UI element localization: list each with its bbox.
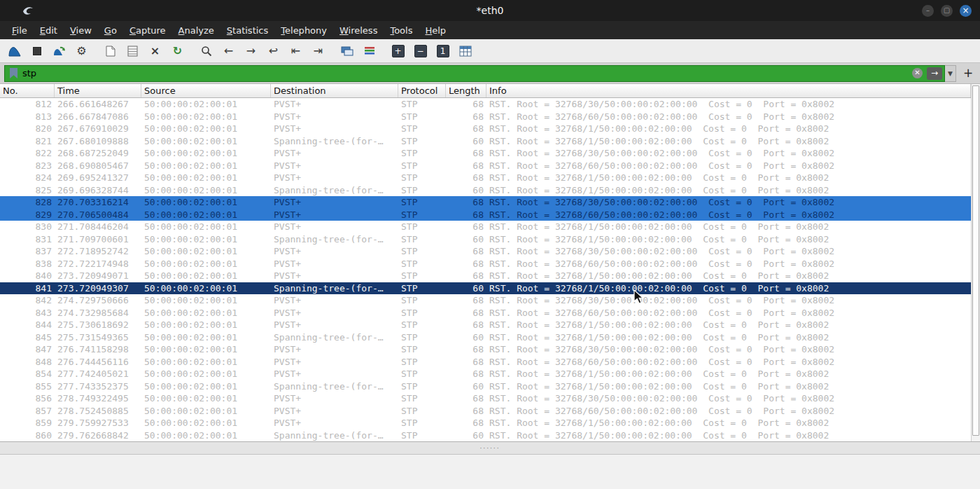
capture-options-button[interactable]: ⚙ bbox=[71, 41, 92, 60]
minimize-button[interactable]: – bbox=[922, 5, 934, 17]
display-filter-input[interactable]: stp ✕ → bbox=[4, 65, 945, 82]
packet-row[interactable]: 859 279.759927533 50:00:00:02:00:01 PVST… bbox=[0, 417, 971, 429]
packet-row[interactable]: 844 275.730618692 50:00:00:02:00:01 PVST… bbox=[0, 319, 971, 331]
apply-filter-button[interactable]: → bbox=[927, 67, 942, 80]
packet-source: 50:00:00:02:00:01 bbox=[141, 307, 271, 319]
packet-protocol: STP bbox=[398, 221, 446, 233]
packet-no: 812 bbox=[0, 98, 55, 111]
title-bar: *eth0 – ▢ × bbox=[0, 0, 980, 21]
packet-row[interactable]: 831 271.709700601 50:00:00:02:00:01 Span… bbox=[0, 233, 971, 246]
packet-row[interactable]: 842 274.729750666 50:00:00:02:00:01 PVST… bbox=[0, 294, 971, 307]
packet-row[interactable]: 828 270.703316214 50:00:00:02:00:01 PVST… bbox=[0, 196, 971, 209]
zoom-in-button[interactable]: + bbox=[388, 41, 408, 60]
search-icon bbox=[201, 46, 212, 57]
packet-info: RST. Root = 32768/1/50:00:00:02:00:00 Co… bbox=[486, 319, 971, 331]
next-packet-button[interactable]: → bbox=[241, 41, 261, 60]
resize-columns-button[interactable] bbox=[455, 41, 475, 60]
column-header[interactable]: Source bbox=[141, 84, 271, 97]
packet-no: 856 bbox=[0, 392, 55, 405]
packet-destination: Spanning-tree-(for-… bbox=[271, 282, 398, 295]
packet-row[interactable]: 825 269.696328744 50:00:00:02:00:01 Span… bbox=[0, 184, 971, 197]
packet-info: RST. Root = 32768/60/50:00:00:02:00:00 C… bbox=[486, 258, 971, 270]
menu-item[interactable]: Help bbox=[419, 23, 452, 38]
packet-row[interactable]: 854 277.742405021 50:00:00:02:00:01 PVST… bbox=[0, 368, 971, 380]
zoom-out-button[interactable]: − bbox=[410, 41, 430, 60]
column-header[interactable]: Destination bbox=[271, 84, 398, 97]
column-header[interactable]: Protocol bbox=[398, 84, 446, 97]
packet-row[interactable]: 840 273.720949071 50:00:00:02:00:01 PVST… bbox=[0, 270, 971, 282]
menu-item[interactable]: Telephony bbox=[274, 23, 333, 38]
packet-row[interactable]: 860 279.762668842 50:00:00:02:00:01 Span… bbox=[0, 429, 971, 442]
menu-item[interactable]: Analyze bbox=[172, 23, 220, 38]
column-header[interactable]: No. bbox=[0, 84, 55, 97]
packet-row[interactable]: 855 277.743352375 50:00:00:02:00:01 Span… bbox=[0, 380, 971, 393]
last-packet-button[interactable]: ⇥ bbox=[308, 41, 328, 60]
colorize-button[interactable] bbox=[359, 41, 379, 60]
save-file-button[interactable] bbox=[122, 41, 143, 60]
filter-dropdown-button[interactable]: ▼ bbox=[945, 65, 956, 82]
filter-value[interactable]: stp bbox=[22, 68, 912, 78]
packet-length: 68 bbox=[446, 270, 486, 282]
packet-protocol: STP bbox=[398, 270, 446, 282]
start-capture-button[interactable] bbox=[4, 41, 24, 60]
menu-item[interactable]: File bbox=[6, 23, 34, 38]
add-filter-button[interactable]: + bbox=[960, 66, 976, 81]
packet-row[interactable]: 829 270.706500484 50:00:00:02:00:01 PVST… bbox=[0, 209, 971, 221]
clear-filter-button[interactable]: ✕ bbox=[912, 68, 923, 78]
packet-row[interactable]: 843 274.732985684 50:00:00:02:00:01 PVST… bbox=[0, 307, 971, 319]
packet-row[interactable]: 841 273.720949307 50:00:00:02:00:01 Span… bbox=[0, 282, 971, 295]
packet-row[interactable]: 856 278.749322495 50:00:00:02:00:01 PVST… bbox=[0, 392, 971, 405]
arrow-to-start-icon: ⇤ bbox=[291, 46, 300, 57]
packet-details-pane bbox=[0, 454, 980, 489]
menu-item[interactable]: Statistics bbox=[220, 23, 274, 38]
packet-row[interactable]: 823 268.690805467 50:00:00:02:00:01 PVST… bbox=[0, 160, 971, 172]
bookmark-icon[interactable] bbox=[10, 68, 18, 78]
column-header[interactable]: Info bbox=[486, 84, 971, 97]
packet-row[interactable]: 821 267.680109888 50:00:00:02:00:01 Span… bbox=[0, 135, 971, 148]
go-to-packet-button[interactable]: ↩ bbox=[263, 41, 284, 60]
packet-row[interactable]: 820 267.676910029 50:00:00:02:00:01 PVST… bbox=[0, 123, 971, 135]
menu-item[interactable]: Go bbox=[98, 23, 123, 38]
packet-row[interactable]: 848 276.744456116 50:00:00:02:00:01 PVST… bbox=[0, 356, 971, 369]
maximize-button[interactable]: ▢ bbox=[941, 5, 953, 17]
menu-item[interactable]: Tools bbox=[384, 23, 419, 38]
menu-item[interactable]: Capture bbox=[123, 23, 172, 38]
packet-row[interactable]: 838 272.722174948 50:00:00:02:00:01 PVST… bbox=[0, 258, 971, 270]
zoom-reset-button[interactable]: 1 bbox=[433, 41, 453, 60]
previous-packet-button[interactable]: ← bbox=[218, 41, 239, 60]
packet-source: 50:00:00:02:00:01 bbox=[141, 147, 271, 160]
packet-time: 274.729750666 bbox=[55, 294, 141, 307]
reload-button[interactable]: ↻ bbox=[167, 41, 188, 60]
auto-scroll-button[interactable] bbox=[337, 41, 357, 60]
packet-row[interactable]: 822 268.687252049 50:00:00:02:00:01 PVST… bbox=[0, 147, 971, 160]
packet-info: RST. Root = 32768/1/50:00:00:02:00:00 Co… bbox=[486, 233, 971, 246]
packet-protocol: STP bbox=[398, 123, 446, 135]
menu-item[interactable]: Wireless bbox=[333, 23, 384, 38]
pane-splitter[interactable]: ······ bbox=[0, 441, 980, 454]
column-header[interactable]: Time bbox=[55, 84, 141, 97]
packet-row[interactable]: 837 272.718952742 50:00:00:02:00:01 PVST… bbox=[0, 245, 971, 258]
packet-row[interactable]: 812 266.661648267 50:00:00:02:00:01 PVST… bbox=[0, 98, 971, 111]
close-button[interactable]: × bbox=[960, 5, 972, 17]
scrollbar-thumb[interactable] bbox=[972, 85, 979, 436]
column-header[interactable]: Length bbox=[446, 84, 486, 97]
restart-capture-button[interactable] bbox=[49, 41, 69, 60]
packet-destination: PVST+ bbox=[271, 196, 398, 209]
packet-no: 847 bbox=[0, 343, 55, 356]
stop-capture-button[interactable] bbox=[27, 41, 47, 60]
packet-row[interactable]: 847 276.741158298 50:00:00:02:00:01 PVST… bbox=[0, 343, 971, 356]
menu-item[interactable]: Edit bbox=[34, 23, 64, 38]
vertical-scrollbar[interactable] bbox=[971, 84, 980, 441]
packet-row[interactable]: 830 271.708446204 50:00:00:02:00:01 PVST… bbox=[0, 221, 971, 233]
packet-destination: Spanning-tree-(for-… bbox=[271, 331, 398, 344]
close-file-button[interactable]: × bbox=[145, 41, 165, 60]
packet-protocol: STP bbox=[398, 172, 446, 184]
packet-row[interactable]: 824 269.695241327 50:00:00:02:00:01 PVST… bbox=[0, 172, 971, 184]
first-packet-button[interactable]: ⇤ bbox=[286, 41, 306, 60]
menu-item[interactable]: View bbox=[64, 23, 98, 38]
open-file-button[interactable] bbox=[100, 41, 120, 60]
packet-row[interactable]: 845 275.731549365 50:00:00:02:00:01 Span… bbox=[0, 331, 971, 344]
packet-row[interactable]: 813 266.667847086 50:00:00:02:00:01 PVST… bbox=[0, 111, 971, 123]
packet-row[interactable]: 857 278.752450885 50:00:00:02:00:01 PVST… bbox=[0, 405, 971, 418]
find-packet-button[interactable] bbox=[196, 41, 216, 60]
